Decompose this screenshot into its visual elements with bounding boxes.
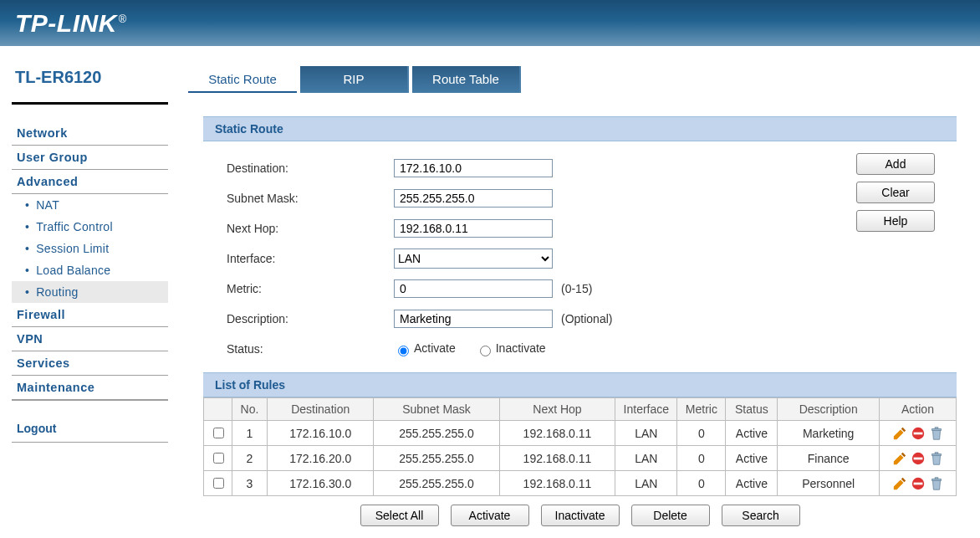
tab-rip[interactable]: RIP [300,66,409,93]
tab-bar: Static Route RIP Route Table [188,66,972,93]
sidebar-item-firewall[interactable]: Firewall [12,303,168,327]
cell-status: Active [726,471,778,496]
rules-header: List of Rules [203,372,957,397]
status-inactivate-option[interactable]: Inactivate [476,341,546,355]
cell-no: 3 [232,471,268,496]
disable-icon[interactable] [911,426,926,441]
sidebar-item-maintenance[interactable]: Maintenance [12,376,168,400]
col-no: No. [232,398,268,421]
topbar: TP-LINK® [0,0,980,46]
tab-static-route[interactable]: Static Route [188,66,297,93]
table-row: 2172.16.20.0255.255.255.0192.168.0.11LAN… [204,446,957,471]
col-destination: Destination [268,398,374,421]
cell-interface: LAN [615,421,677,446]
col-subnet: Subnet Mask [374,398,499,421]
rules-table: No. Destination Subnet Mask Next Hop Int… [203,397,957,496]
cell-nexthop: 192.168.0.11 [499,471,615,496]
search-button[interactable]: Search [722,505,800,526]
sidebar-item-services[interactable]: Services [12,351,168,376]
status-label: Status: [227,342,394,356]
row-checkbox[interactable] [213,478,224,489]
metric-input[interactable] [394,279,553,298]
table-row: 1172.16.10.0255.255.255.0192.168.0.11LAN… [204,421,957,446]
col-nexthop: Next Hop [499,398,615,421]
clear-button[interactable]: Clear [856,182,935,203]
cell-destination: 172.16.30.0 [268,471,374,496]
tab-route-table[interactable]: Route Table [412,66,521,93]
edit-icon[interactable] [892,451,907,466]
cell-status: Active [726,421,778,446]
sidebar-item-advanced[interactable]: Advanced [12,170,168,194]
main-content: Static Route RIP Route Table Static Rout… [180,46,980,538]
delete-icon[interactable] [929,426,944,441]
interface-select[interactable]: LAN [394,249,553,269]
cell-metric: 0 [677,471,726,496]
cell-subnet: 255.255.255.0 [374,421,499,446]
cell-destination: 172.16.20.0 [268,446,374,471]
cell-interface: LAN [615,471,677,496]
cell-interface: LAN [615,446,677,471]
cell-subnet: 255.255.255.0 [374,471,499,496]
destination-label: Destination: [227,161,394,175]
cell-metric: 0 [677,421,726,446]
cell-description: Personnel [778,471,880,496]
col-checkbox [204,398,232,421]
cell-description: Marketing [778,421,880,446]
cell-nexthop: 192.168.0.11 [499,446,615,471]
cell-metric: 0 [677,446,726,471]
sidebar-item-network[interactable]: Network [12,121,168,146]
col-interface: Interface [615,398,677,421]
sidebar: TL-ER6120 Network User Group Advanced NA… [0,46,180,538]
cell-subnet: 255.255.255.0 [374,446,499,471]
cell-no: 1 [232,421,268,446]
sidebar-item-vpn[interactable]: VPN [12,327,168,351]
delete-icon[interactable] [929,476,944,491]
edit-icon[interactable] [892,476,907,491]
row-checkbox[interactable] [213,453,224,464]
edit-icon[interactable] [892,426,907,441]
col-action: Action [880,398,957,421]
model-divider [12,102,168,105]
cell-status: Active [726,446,778,471]
add-button[interactable]: Add [856,153,935,175]
registered-icon: ® [119,13,127,25]
row-checkbox[interactable] [213,428,224,438]
sidebar-item-nat[interactable]: NAT [12,194,168,216]
cell-description: Finance [778,446,880,471]
description-input[interactable] [394,310,553,328]
disable-icon[interactable] [911,451,926,466]
help-button[interactable]: Help [856,210,935,232]
status-activate-radio[interactable] [398,346,409,356]
cell-destination: 172.16.10.0 [268,421,374,446]
nexthop-label: Next Hop: [227,222,394,235]
model-number: TL-ER6120 [0,64,180,102]
cell-no: 2 [232,446,268,471]
subnet-label: Subnet Mask: [227,192,394,205]
disable-icon[interactable] [911,476,926,491]
nexthop-input[interactable] [394,219,553,238]
sidebar-item-routing[interactable]: Routing [12,281,168,303]
metric-hint: (0-15) [561,282,592,295]
subnet-input[interactable] [394,189,553,208]
brand-logo: TP-LINK® [15,9,127,38]
activate-button[interactable]: Activate [451,505,529,526]
delete-button[interactable]: Delete [631,505,710,526]
sidebar-item-logout[interactable]: Logout [12,415,168,443]
sidebar-item-user-group[interactable]: User Group [12,146,168,170]
col-status: Status [726,398,778,421]
static-route-header: Static Route [203,116,957,141]
sidebar-item-load-balance[interactable]: Load Balance [12,259,168,281]
panel-static-route: Static Route Destination: Subnet Mask: N… [188,93,972,538]
destination-input[interactable] [394,159,553,177]
sidebar-item-session-limit[interactable]: Session Limit [12,238,168,259]
sidebar-menu: Network User Group Advanced NAT Traffic … [0,121,180,443]
delete-icon[interactable] [929,451,944,466]
metric-label: Metric: [227,282,394,295]
inactivate-button[interactable]: Inactivate [541,505,620,526]
status-activate-option[interactable]: Activate [394,341,456,355]
interface-label: Interface: [227,252,394,265]
select-all-button[interactable]: Select All [360,505,439,526]
status-inactivate-radio[interactable] [480,346,491,356]
brand-text: TP-LINK [15,9,117,37]
sidebar-item-traffic-control[interactable]: Traffic Control [12,216,168,238]
